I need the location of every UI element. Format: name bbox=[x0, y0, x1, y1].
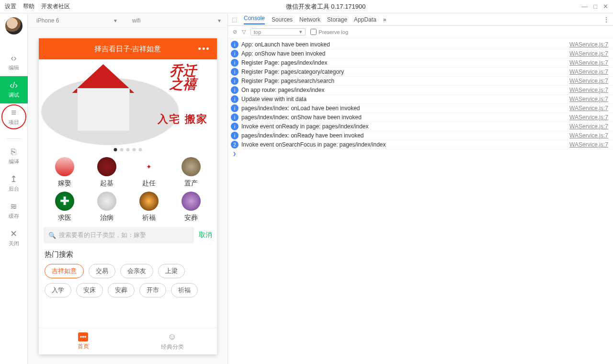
hot-tag[interactable]: 会亲友 bbox=[120, 264, 153, 278]
menu-community[interactable]: 开发者社区 bbox=[41, 2, 70, 11]
avatar[interactable] bbox=[5, 17, 23, 34]
log-row[interactable]: iOn app route: pages/index/indexWAServic… bbox=[228, 86, 613, 95]
log-source-link[interactable]: WAService.js:7 bbox=[569, 96, 608, 102]
log-row[interactable]: ipages/index/index: onLoad have been inv… bbox=[228, 104, 613, 113]
log-row[interactable]: iApp: onLaunch have been invokedWAServic… bbox=[228, 40, 613, 49]
tab-network[interactable]: Network bbox=[299, 16, 320, 23]
tab-category[interactable]: ☺经典分类 bbox=[128, 328, 217, 354]
log-row[interactable]: iRegister Page: pages/search/searchWASer… bbox=[228, 77, 613, 86]
console-prompt[interactable]: ❯ bbox=[228, 149, 613, 158]
category-icon: ☺ bbox=[168, 332, 176, 342]
context-select[interactable]: top▾ bbox=[250, 28, 306, 35]
category-item[interactable]: 置产 bbox=[170, 157, 212, 188]
log-row[interactable]: ipages/index/index: onReady have been in… bbox=[228, 131, 613, 140]
inspect-icon[interactable]: ⬚ bbox=[232, 16, 237, 23]
category-item[interactable]: ✦赴任 bbox=[128, 157, 170, 188]
log-row[interactable]: iInvoke event onReady in page: pages/ind… bbox=[228, 122, 613, 131]
log-source-link[interactable]: WAService.js:7 bbox=[569, 114, 608, 121]
log-source-link[interactable]: WAService.js:7 bbox=[569, 141, 608, 148]
tab-home[interactable]: •••首页 bbox=[39, 328, 128, 354]
log-row[interactable]: ipages/index/index: onShow have been inv… bbox=[228, 113, 613, 122]
window-title: 微信开发者工具 0.17.171900 bbox=[70, 2, 581, 11]
log-source-link[interactable]: WAService.js:7 bbox=[569, 59, 608, 66]
category-item[interactable]: 祈福 bbox=[128, 192, 170, 222]
hot-tag[interactable]: 安葬 bbox=[108, 283, 135, 297]
category-item[interactable]: 安葬 bbox=[170, 192, 212, 222]
sidebar-label: 编辑 bbox=[9, 64, 19, 71]
hot-tag[interactable]: 吉祥如意 bbox=[45, 264, 84, 278]
search-input[interactable]: 🔍搜索要看的日子类型，如：嫁娶 bbox=[44, 227, 194, 243]
log-badge-icon: i bbox=[231, 123, 238, 130]
maximize-icon[interactable]: □ bbox=[593, 3, 597, 10]
log-source-link[interactable]: WAService.js:7 bbox=[569, 105, 608, 112]
network-select[interactable]: wifi▾ bbox=[124, 17, 227, 24]
log-source-link[interactable]: WAService.js:7 bbox=[569, 78, 608, 84]
tab-console[interactable]: Console bbox=[244, 15, 265, 24]
log-row[interactable]: iRegister Page: pages/category/categoryW… bbox=[228, 68, 613, 77]
log-message: pages/index/index: onShow have been invo… bbox=[241, 114, 569, 121]
hot-tag[interactable]: 祈福 bbox=[171, 283, 198, 297]
log-row[interactable]: iRegister Page: pages/index/indexWAServi… bbox=[228, 58, 613, 68]
sidebar-cache[interactable]: ≋缓存 bbox=[0, 197, 28, 225]
cancel-button[interactable]: 取消 bbox=[199, 231, 212, 239]
log-source-link[interactable]: WAService.js:7 bbox=[569, 123, 608, 130]
more-icon[interactable]: ⋮ bbox=[603, 16, 609, 23]
preserve-log[interactable]: Preserve log bbox=[310, 29, 348, 35]
sidebar-project[interactable]: ≡项目 bbox=[0, 103, 28, 131]
tab-storage[interactable]: Storage bbox=[327, 16, 347, 23]
phone-simulator: 择吉看日子-吉祥如意 ••• 乔迁 之禧 入宅 搬家 嫁娶起基✦赴任置产✚求医治… bbox=[39, 38, 217, 354]
filter-icon[interactable]: ▽ bbox=[242, 29, 246, 35]
category-item[interactable]: 治病 bbox=[86, 192, 128, 222]
sidebar-compile[interactable]: ⎘编译 bbox=[0, 143, 28, 170]
log-source-link[interactable]: WAService.js:7 bbox=[569, 132, 608, 139]
category-item[interactable]: ✚求医 bbox=[44, 192, 86, 222]
devtools-tabs: ⬚ Console Sources Network Storage AppDat… bbox=[228, 13, 613, 26]
overflow-icon[interactable]: » bbox=[383, 16, 386, 23]
close-icon[interactable]: ✕ bbox=[603, 3, 608, 10]
sidebar-close[interactable]: ✕关闭 bbox=[0, 225, 28, 252]
menu-bar: 设置 帮助 开发者社区 bbox=[5, 2, 70, 11]
log-row[interactable]: 2Invoke event onSearchFocus in page: pag… bbox=[228, 140, 613, 149]
console-log[interactable]: iApp: onLaunch have been invokedWAServic… bbox=[228, 38, 613, 364]
carousel-pager[interactable] bbox=[114, 148, 142, 151]
menu-settings[interactable]: 设置 bbox=[5, 2, 16, 11]
log-source-link[interactable]: WAService.js:7 bbox=[569, 68, 608, 75]
log-message: pages/index/index: onLoad have been invo… bbox=[241, 105, 569, 112]
menu-help[interactable]: 帮助 bbox=[23, 2, 34, 11]
window-controls: — □ ✕ bbox=[581, 3, 608, 10]
category-grid: 嫁娶起基✦赴任置产✚求医治病祈福安葬 bbox=[39, 154, 217, 223]
sidebar-edit[interactable]: ‹›编辑 bbox=[0, 49, 28, 76]
sidebar-debug[interactable]: ‹/›调试 bbox=[0, 76, 28, 103]
log-source-link[interactable]: WAService.js:7 bbox=[569, 87, 608, 93]
sidebar-background[interactable]: ↥后台 bbox=[0, 170, 28, 197]
log-message: App: onLaunch have been invoked bbox=[241, 41, 569, 48]
hot-search: 热门搜索 吉祥如意交易会亲友上梁入学安床安葬开市祈福 bbox=[39, 247, 217, 300]
minimize-icon[interactable]: — bbox=[581, 3, 588, 10]
hot-tag[interactable]: 上梁 bbox=[158, 264, 185, 278]
preserve-checkbox[interactable] bbox=[310, 29, 317, 35]
log-message: Invoke event onSearchFocus in page: page… bbox=[241, 141, 569, 148]
device-select[interactable]: iPhone 6▾ bbox=[28, 17, 124, 24]
log-row[interactable]: iUpdate view with init dataWAService.js:… bbox=[228, 95, 613, 104]
log-row[interactable]: iApp: onShow have been invokedWAService.… bbox=[228, 49, 613, 58]
more-icon[interactable]: ••• bbox=[198, 44, 210, 54]
chevron-down-icon: ▾ bbox=[114, 17, 117, 24]
hot-tag[interactable]: 安床 bbox=[76, 283, 103, 297]
category-label: 求医 bbox=[58, 214, 71, 222]
banner[interactable]: 乔迁 之禧 入宅 搬家 bbox=[39, 59, 217, 154]
log-source-link[interactable]: WAService.js:7 bbox=[569, 41, 608, 48]
tab-bar: •••首页 ☺经典分类 bbox=[39, 328, 217, 354]
category-item[interactable]: 嫁娶 bbox=[44, 157, 86, 188]
hot-tag[interactable]: 入学 bbox=[45, 283, 71, 297]
hot-tag[interactable]: 交易 bbox=[89, 264, 115, 278]
hot-tag[interactable]: 开市 bbox=[139, 283, 166, 297]
category-item[interactable]: 起基 bbox=[86, 157, 128, 188]
tab-appdata[interactable]: AppData bbox=[354, 16, 376, 23]
sidebar-label: 缓存 bbox=[9, 213, 19, 220]
cache-icon: ≋ bbox=[10, 202, 17, 211]
log-source-link[interactable]: WAService.js:7 bbox=[569, 50, 608, 57]
category-icon bbox=[97, 157, 116, 176]
clear-icon[interactable]: ⊘ bbox=[233, 29, 237, 35]
tab-sources[interactable]: Sources bbox=[272, 16, 293, 23]
category-label: 祈福 bbox=[142, 214, 156, 222]
